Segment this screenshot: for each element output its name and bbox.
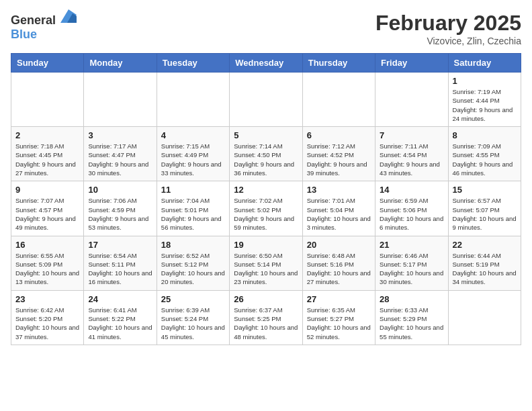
- calendar-cell: 28Sunrise: 6:33 AM Sunset: 5:29 PM Dayli…: [375, 290, 448, 345]
- calendar-cell: 12Sunrise: 7:02 AM Sunset: 5:02 PM Dayli…: [230, 181, 302, 236]
- calendar-cell: 19Sunrise: 6:50 AM Sunset: 5:14 PM Dayli…: [230, 236, 302, 290]
- calendar-cell: 22Sunrise: 6:44 AM Sunset: 5:19 PM Dayli…: [448, 236, 521, 290]
- header-day-thursday: Thursday: [302, 54, 375, 73]
- day-number: 20: [307, 240, 371, 250]
- calendar-cell: 18Sunrise: 6:52 AM Sunset: 5:12 PM Dayli…: [157, 236, 229, 290]
- day-info: Sunrise: 7:09 AM Sunset: 4:55 PM Dayligh…: [453, 142, 517, 177]
- calendar-cell: [302, 73, 375, 127]
- calendar-cell: 11Sunrise: 7:04 AM Sunset: 5:01 PM Dayli…: [157, 181, 229, 236]
- header-day-friday: Friday: [375, 54, 448, 73]
- calendar-cell: [448, 290, 521, 345]
- day-info: Sunrise: 6:54 AM Sunset: 5:11 PM Dayligh…: [88, 251, 152, 287]
- calendar-cell: 3Sunrise: 7:17 AM Sunset: 4:47 PM Daylig…: [84, 127, 157, 181]
- logo-text: General Blue: [11, 11, 77, 42]
- calendar-cell: 14Sunrise: 6:59 AM Sunset: 5:06 PM Dayli…: [375, 181, 448, 236]
- day-number: 10: [88, 185, 152, 195]
- day-info: Sunrise: 7:01 AM Sunset: 5:04 PM Dayligh…: [307, 196, 371, 232]
- day-info: Sunrise: 7:07 AM Sunset: 4:57 PM Dayligh…: [15, 196, 79, 232]
- day-info: Sunrise: 6:37 AM Sunset: 5:25 PM Dayligh…: [234, 306, 298, 341]
- day-number: 1: [453, 76, 517, 86]
- day-info: Sunrise: 6:33 AM Sunset: 5:29 PM Dayligh…: [380, 306, 443, 341]
- calendar-header: SundayMondayTuesdayWednesdayThursdayFrid…: [11, 54, 521, 73]
- day-info: Sunrise: 7:04 AM Sunset: 5:01 PM Dayligh…: [161, 196, 225, 232]
- day-number: 8: [453, 130, 517, 140]
- calendar-week-1: 1Sunrise: 7:19 AM Sunset: 4:44 PM Daylig…: [11, 73, 521, 127]
- day-info: Sunrise: 6:35 AM Sunset: 5:27 PM Dayligh…: [307, 306, 371, 341]
- logo: General Blue: [11, 11, 77, 42]
- calendar-cell: 8Sunrise: 7:09 AM Sunset: 4:55 PM Daylig…: [448, 127, 521, 181]
- calendar-cell: 21Sunrise: 6:46 AM Sunset: 5:17 PM Dayli…: [375, 236, 448, 290]
- day-info: Sunrise: 7:06 AM Sunset: 4:59 PM Dayligh…: [88, 196, 152, 232]
- calendar-cell: 2Sunrise: 7:18 AM Sunset: 4:45 PM Daylig…: [11, 127, 84, 181]
- calendar-cell: [84, 73, 157, 127]
- day-info: Sunrise: 6:48 AM Sunset: 5:16 PM Dayligh…: [307, 251, 371, 287]
- day-number: 23: [15, 294, 79, 304]
- day-info: Sunrise: 6:46 AM Sunset: 5:17 PM Dayligh…: [380, 251, 443, 287]
- day-info: Sunrise: 7:15 AM Sunset: 4:49 PM Dayligh…: [161, 142, 225, 177]
- header-day-saturday: Saturday: [448, 54, 521, 73]
- calendar-week-5: 23Sunrise: 6:42 AM Sunset: 5:20 PM Dayli…: [11, 290, 521, 345]
- day-number: 11: [161, 185, 225, 195]
- month-title: February 2025: [375, 11, 521, 36]
- header-day-wednesday: Wednesday: [230, 54, 302, 73]
- day-info: Sunrise: 7:19 AM Sunset: 4:44 PM Dayligh…: [453, 87, 517, 123]
- calendar-cell: [230, 73, 302, 127]
- calendar-week-2: 2Sunrise: 7:18 AM Sunset: 4:45 PM Daylig…: [11, 127, 521, 181]
- calendar-cell: 7Sunrise: 7:11 AM Sunset: 4:54 PM Daylig…: [375, 127, 448, 181]
- day-number: 17: [88, 240, 152, 250]
- calendar-cell: 17Sunrise: 6:54 AM Sunset: 5:11 PM Dayli…: [84, 236, 157, 290]
- calendar-table: SundayMondayTuesdayWednesdayThursdayFrid…: [11, 53, 521, 345]
- logo-icon: [60, 9, 77, 23]
- day-number: 15: [453, 185, 517, 195]
- calendar-week-3: 9Sunrise: 7:07 AM Sunset: 4:57 PM Daylig…: [11, 181, 521, 236]
- calendar-body: 1Sunrise: 7:19 AM Sunset: 4:44 PM Daylig…: [11, 73, 521, 345]
- calendar-cell: 9Sunrise: 7:07 AM Sunset: 4:57 PM Daylig…: [11, 181, 84, 236]
- calendar-cell: 20Sunrise: 6:48 AM Sunset: 5:16 PM Dayli…: [302, 236, 375, 290]
- page-header: General Blue February 2025 Vizovice, Zli…: [11, 11, 521, 46]
- day-info: Sunrise: 7:17 AM Sunset: 4:47 PM Dayligh…: [88, 142, 152, 177]
- calendar-cell: [375, 73, 448, 127]
- day-number: 16: [15, 240, 79, 250]
- header-day-monday: Monday: [84, 54, 157, 73]
- day-number: 4: [161, 130, 225, 140]
- calendar-cell: 15Sunrise: 6:57 AM Sunset: 5:07 PM Dayli…: [448, 181, 521, 236]
- calendar-cell: 1Sunrise: 7:19 AM Sunset: 4:44 PM Daylig…: [448, 73, 521, 127]
- day-info: Sunrise: 7:18 AM Sunset: 4:45 PM Dayligh…: [15, 142, 79, 177]
- calendar-cell: 10Sunrise: 7:06 AM Sunset: 4:59 PM Dayli…: [84, 181, 157, 236]
- day-number: 12: [234, 185, 298, 195]
- day-info: Sunrise: 6:50 AM Sunset: 5:14 PM Dayligh…: [234, 251, 298, 287]
- day-info: Sunrise: 7:02 AM Sunset: 5:02 PM Dayligh…: [234, 196, 298, 232]
- calendar-cell: [11, 73, 84, 127]
- calendar-cell: [157, 73, 229, 127]
- calendar-cell: 6Sunrise: 7:12 AM Sunset: 4:52 PM Daylig…: [302, 127, 375, 181]
- day-number: 22: [453, 240, 517, 250]
- logo-blue: Blue: [11, 28, 37, 41]
- day-number: 2: [15, 130, 79, 140]
- day-number: 3: [88, 130, 152, 140]
- calendar-cell: 27Sunrise: 6:35 AM Sunset: 5:27 PM Dayli…: [302, 290, 375, 345]
- day-info: Sunrise: 6:44 AM Sunset: 5:19 PM Dayligh…: [453, 251, 517, 287]
- calendar-cell: 16Sunrise: 6:55 AM Sunset: 5:09 PM Dayli…: [11, 236, 84, 290]
- calendar-cell: 4Sunrise: 7:15 AM Sunset: 4:49 PM Daylig…: [157, 127, 229, 181]
- day-number: 9: [15, 185, 79, 195]
- calendar-cell: 24Sunrise: 6:41 AM Sunset: 5:22 PM Dayli…: [84, 290, 157, 345]
- calendar-cell: 26Sunrise: 6:37 AM Sunset: 5:25 PM Dayli…: [230, 290, 302, 345]
- calendar-week-4: 16Sunrise: 6:55 AM Sunset: 5:09 PM Dayli…: [11, 236, 521, 290]
- calendar-cell: 25Sunrise: 6:39 AM Sunset: 5:24 PM Dayli…: [157, 290, 229, 345]
- day-info: Sunrise: 6:59 AM Sunset: 5:06 PM Dayligh…: [380, 196, 443, 232]
- day-info: Sunrise: 7:14 AM Sunset: 4:50 PM Dayligh…: [234, 142, 298, 177]
- day-info: Sunrise: 7:12 AM Sunset: 4:52 PM Dayligh…: [307, 142, 371, 177]
- day-info: Sunrise: 6:41 AM Sunset: 5:22 PM Dayligh…: [88, 306, 152, 341]
- day-number: 26: [234, 294, 298, 304]
- day-info: Sunrise: 6:52 AM Sunset: 5:12 PM Dayligh…: [161, 251, 225, 287]
- day-number: 25: [161, 294, 225, 304]
- day-info: Sunrise: 7:11 AM Sunset: 4:54 PM Dayligh…: [380, 142, 443, 177]
- day-number: 14: [380, 185, 443, 195]
- day-info: Sunrise: 6:42 AM Sunset: 5:20 PM Dayligh…: [15, 306, 79, 341]
- title-block: February 2025 Vizovice, Zlin, Czechia: [375, 11, 521, 46]
- calendar-cell: 23Sunrise: 6:42 AM Sunset: 5:20 PM Dayli…: [11, 290, 84, 345]
- day-info: Sunrise: 6:57 AM Sunset: 5:07 PM Dayligh…: [453, 196, 517, 232]
- day-number: 24: [88, 294, 152, 304]
- calendar-cell: 13Sunrise: 7:01 AM Sunset: 5:04 PM Dayli…: [302, 181, 375, 236]
- day-number: 7: [380, 130, 443, 140]
